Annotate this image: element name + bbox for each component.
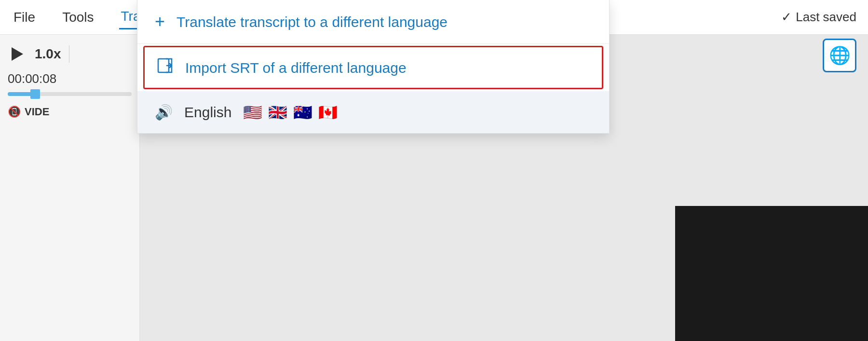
flag-ca[interactable]: 🇨🇦 <box>318 103 338 122</box>
progress-bar[interactable] <box>8 92 132 96</box>
menu-item-file[interactable]: File <box>12 6 37 29</box>
flag-au[interactable]: 🇦🇺 <box>293 103 312 122</box>
flags-container: 🇺🇸 🇬🇧 🇦🇺 🇨🇦 <box>243 103 338 122</box>
flag-us[interactable]: 🇺🇸 <box>243 103 262 122</box>
video-text: VIDE <box>25 106 49 118</box>
last-saved-indicator: ✓ Last saved <box>781 10 856 25</box>
import-icon <box>156 57 174 78</box>
menu-item-tools[interactable]: Tools <box>60 6 95 29</box>
last-saved-label: Last saved <box>796 10 856 25</box>
import-srt-label: Import SRT of a different language <box>185 58 407 77</box>
timestamp-display: 00:00:08 <box>8 71 132 86</box>
english-label: English <box>184 103 231 122</box>
globe-button[interactable]: 🌐 <box>823 39 856 72</box>
playback-speed[interactable]: 1.0x <box>35 46 61 62</box>
translations-dropdown: + Translate transcript to a different la… <box>137 0 610 134</box>
checkmark-icon: ✓ <box>781 10 792 25</box>
right-panel: 🌐 <box>823 39 856 72</box>
translate-transcript-item[interactable]: + Translate transcript to a different la… <box>137 0 609 44</box>
translate-transcript-label: Translate transcript to a different lang… <box>176 13 448 31</box>
play-icon <box>12 47 23 61</box>
english-language-item[interactable]: 🔊 English 🇺🇸 🇬🇧 🇦🇺 🇨🇦 <box>137 91 609 133</box>
player-controls: 1.0x <box>8 44 132 64</box>
video-camera-icon: 📵 <box>8 106 21 118</box>
speaker-icon: 🔊 <box>155 104 173 121</box>
video-label: 📵 VIDE <box>8 106 132 118</box>
divider <box>69 45 69 63</box>
play-button[interactable] <box>8 44 27 64</box>
left-panel: 1.0x 00:00:08 📵 VIDE <box>0 35 140 341</box>
plus-icon: + <box>155 12 165 32</box>
globe-icon: 🌐 <box>829 45 851 66</box>
import-srt-item[interactable]: Import SRT of a different language <box>143 46 603 89</box>
video-thumbnail <box>675 206 868 341</box>
flag-gb[interactable]: 🇬🇧 <box>268 103 287 122</box>
progress-handle[interactable] <box>30 89 40 99</box>
